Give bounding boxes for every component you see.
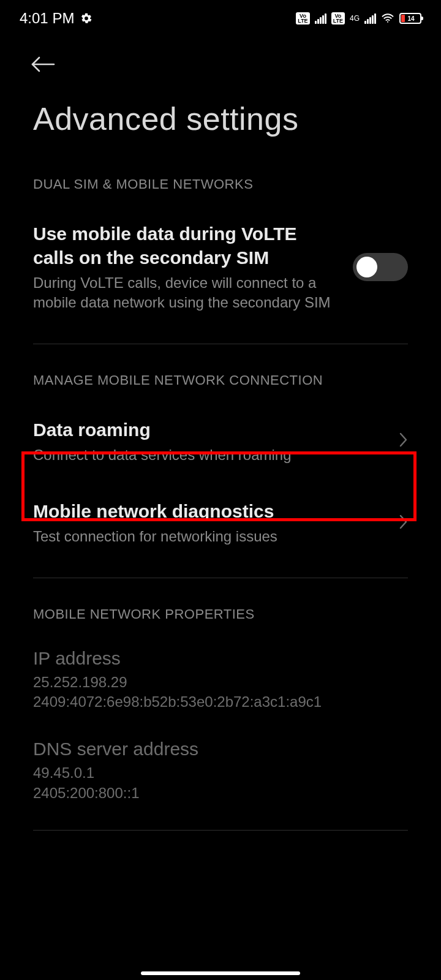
svg-point-0 bbox=[387, 21, 388, 23]
row-text: Use mobile data during VoLTE calls on th… bbox=[33, 222, 341, 313]
toggle-knob bbox=[356, 257, 377, 277]
wifi-icon bbox=[381, 10, 394, 27]
back-button[interactable] bbox=[31, 55, 55, 74]
row-title: Mobile network diagnostics bbox=[33, 499, 386, 523]
row-network-diagnostics[interactable]: Mobile network diagnostics Test connecti… bbox=[0, 482, 441, 564]
status-left: 4:01 PM bbox=[20, 10, 92, 27]
row-title: Use mobile data during VoLTE calls on th… bbox=[33, 222, 341, 270]
volte-icon-2: VoLTE bbox=[331, 12, 345, 24]
volte-icon: VoLTE bbox=[296, 12, 309, 24]
battery-icon: 14 bbox=[399, 13, 421, 24]
divider bbox=[33, 344, 408, 344]
row-text: Data roaming Connect to data services wh… bbox=[33, 418, 386, 465]
row-subtitle: During VoLTE calls, device will connect … bbox=[33, 273, 341, 313]
row-volte-secondary-sim[interactable]: Use mobile data during VoLTE calls on th… bbox=[0, 205, 441, 330]
toolbar bbox=[0, 37, 441, 82]
row-text: Mobile network diagnostics Test connecti… bbox=[33, 499, 386, 546]
page-title: Advanced settings bbox=[0, 82, 441, 162]
row-ip-address: IP address 25.252.198.29 2409:4072:6e98:… bbox=[0, 635, 441, 726]
section-header-properties: MOBILE NETWORK PROPERTIES bbox=[0, 592, 441, 635]
toggle-volte-secondary-sim[interactable] bbox=[353, 253, 408, 281]
section-header-dual-sim: DUAL SIM & MOBILE NETWORKS bbox=[0, 162, 441, 205]
row-dns-address: DNS server address 49.45.0.1 2405:200:80… bbox=[0, 725, 441, 816]
divider bbox=[33, 830, 408, 831]
row-subtitle: Test connection for networking issues bbox=[33, 527, 386, 546]
network-type-label: 4G bbox=[350, 15, 360, 21]
clock-text: 4:01 PM bbox=[20, 10, 74, 27]
info-value: 25.252.198.29 2409:4072:6e98:b52b:53e0:2… bbox=[33, 673, 408, 712]
chevron-right-icon bbox=[398, 514, 408, 532]
battery-percent: 14 bbox=[401, 15, 421, 22]
status-bar: 4:01 PM VoLTE VoLTE 4G 14 bbox=[0, 0, 441, 37]
section-header-manage: MANAGE MOBILE NETWORK CONNECTION bbox=[0, 358, 441, 401]
signal-icon-2 bbox=[364, 13, 376, 24]
row-subtitle: Connect to data services when roaming bbox=[33, 445, 386, 465]
info-title: IP address bbox=[33, 648, 408, 669]
signal-icon-1 bbox=[315, 13, 326, 24]
divider bbox=[33, 578, 408, 578]
status-right: VoLTE VoLTE 4G 14 bbox=[296, 10, 421, 27]
row-data-roaming[interactable]: Data roaming Connect to data services wh… bbox=[0, 401, 441, 482]
home-indicator[interactable] bbox=[141, 971, 300, 975]
info-title: DNS server address bbox=[33, 739, 408, 760]
row-title: Data roaming bbox=[33, 418, 386, 442]
chevron-right-icon bbox=[398, 432, 408, 450]
gear-icon bbox=[80, 12, 92, 24]
info-value: 49.45.0.1 2405:200:800::1 bbox=[33, 763, 408, 803]
